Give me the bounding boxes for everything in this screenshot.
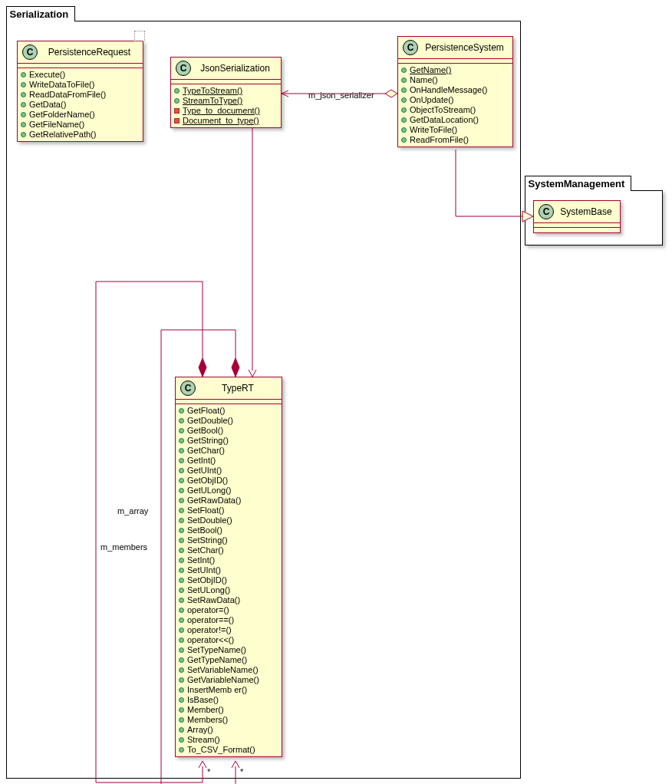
relation-label-m-array: m_array <box>117 506 148 516</box>
class-member: GetVariableName() <box>176 675 282 685</box>
class-member: ReadDataFromFile() <box>18 90 143 100</box>
class-member: WriteToFile() <box>398 125 512 135</box>
visibility-public-icon <box>179 647 184 653</box>
visibility-public-icon <box>21 92 26 97</box>
member-name: SetFloat() <box>187 506 224 516</box>
class-member: GetString() <box>176 436 282 446</box>
visibility-public-icon <box>179 418 184 423</box>
visibility-public-icon <box>179 667 184 673</box>
visibility-public-icon <box>179 618 184 623</box>
class-stereotype-icon: C <box>403 40 418 55</box>
visibility-public-icon <box>401 107 407 113</box>
class-member: OnHandleMessage() <box>398 85 512 95</box>
class-header: C SystemBase <box>534 201 620 223</box>
visibility-private-icon <box>174 108 180 114</box>
class-member: GetData() <box>18 100 143 110</box>
visibility-public-icon <box>179 498 184 503</box>
member-name: SetRawData() <box>187 595 240 605</box>
class-member: GetName() <box>398 65 512 75</box>
package-sysmgmt-label: SystemManagement <box>529 178 625 189</box>
visibility-public-icon <box>179 747 184 753</box>
class-member: StreamToType() <box>171 96 281 106</box>
member-name: To_CSV_Format() <box>187 745 255 755</box>
member-name: GetVariableName() <box>187 675 259 685</box>
member-name: GetFileName() <box>29 120 84 130</box>
class-member: operator=() <box>176 605 282 615</box>
visibility-public-icon <box>179 548 184 553</box>
class-member: ReadFromFile() <box>398 135 512 145</box>
class-member: Execute() <box>18 70 143 80</box>
visibility-public-icon <box>179 657 184 663</box>
class-stereotype-icon: C <box>539 204 554 219</box>
member-name: SetChar() <box>187 545 224 555</box>
class-member: SetVariableName() <box>176 665 282 675</box>
relation-mult-star-2: * <box>240 767 243 776</box>
class-methods: TypeToStream()StreamToType()Type_to_docu… <box>171 84 281 127</box>
class-methods: GetName()Name()OnHandleMessage()OnUpdate… <box>398 64 512 147</box>
class-title: PersistenceRequest <box>41 47 138 58</box>
visibility-public-icon <box>21 102 26 107</box>
class-member: GetObjID() <box>176 476 282 486</box>
visibility-public-icon <box>174 98 180 104</box>
class-member: operator!=() <box>176 625 282 635</box>
class-member: Stream() <box>176 735 282 745</box>
member-name: TypeToStream() <box>183 86 242 96</box>
member-name: Name() <box>410 75 438 85</box>
package-serialization-tab: Serialization <box>6 6 76 21</box>
member-name: GetData() <box>29 100 66 110</box>
member-name: ReadDataFromFile() <box>29 90 106 100</box>
visibility-public-icon <box>179 608 184 613</box>
class-member: SetDouble() <box>176 516 282 525</box>
member-name: IsBase() <box>187 695 219 705</box>
member-name: GetChar() <box>187 446 225 456</box>
member-name: GetDataLocation() <box>410 115 479 125</box>
class-stereotype-icon: C <box>176 61 191 76</box>
visibility-public-icon <box>179 408 184 413</box>
class-stereotype-icon: C <box>180 380 196 396</box>
class-member: SetString() <box>176 535 282 545</box>
class-member: SetUInt() <box>176 565 282 575</box>
member-name: GetRelativePath() <box>29 130 96 140</box>
visibility-public-icon <box>179 707 184 713</box>
member-name: SetBool() <box>187 525 222 535</box>
member-name: Array() <box>187 725 213 735</box>
member-name: GetTypeName() <box>187 655 247 665</box>
class-member: GetUInt() <box>176 466 282 476</box>
class-member: TypeToStream() <box>171 86 281 96</box>
visibility-public-icon <box>21 122 26 127</box>
member-name: operator==() <box>187 615 234 625</box>
visibility-public-icon <box>401 68 407 73</box>
class-member: SetULong() <box>176 585 282 595</box>
visibility-public-icon <box>179 727 184 733</box>
class-member: SetRawData() <box>176 595 282 605</box>
class-header: C TypeRT <box>176 377 282 400</box>
member-name: GetObjID() <box>187 476 228 486</box>
member-name: SetDouble() <box>187 516 232 525</box>
class-title: PersistenceSystem <box>421 42 508 53</box>
class-methods: Execute()WriteDataToFile()ReadDataFromFi… <box>18 68 143 141</box>
visibility-public-icon <box>179 628 184 633</box>
visibility-public-icon <box>179 448 184 453</box>
member-name: SetString() <box>187 535 228 545</box>
visibility-public-icon <box>179 737 184 743</box>
member-name: Member() <box>187 705 224 715</box>
member-name: Members() <box>187 715 228 725</box>
member-name: operator=() <box>187 605 229 615</box>
visibility-public-icon <box>174 88 180 94</box>
visibility-public-icon <box>179 588 184 593</box>
visibility-public-icon <box>21 82 26 87</box>
visibility-public-icon <box>401 117 407 123</box>
visibility-public-icon <box>179 538 184 543</box>
class-member: SetFloat() <box>176 506 282 516</box>
class-member: Member() <box>176 705 282 715</box>
visibility-public-icon <box>179 677 184 683</box>
visibility-public-icon <box>179 518 184 523</box>
class-member: WriteDataToFile() <box>18 80 143 90</box>
class-member: GetRawData() <box>176 496 282 506</box>
class-member: GetChar() <box>176 446 282 456</box>
member-name: GetName() <box>410 65 451 75</box>
class-member: SetTypeName() <box>176 645 282 655</box>
member-name: SetObjID() <box>187 575 227 585</box>
visibility-public-icon <box>179 438 184 443</box>
class-member: GetFolderName() <box>18 110 143 120</box>
